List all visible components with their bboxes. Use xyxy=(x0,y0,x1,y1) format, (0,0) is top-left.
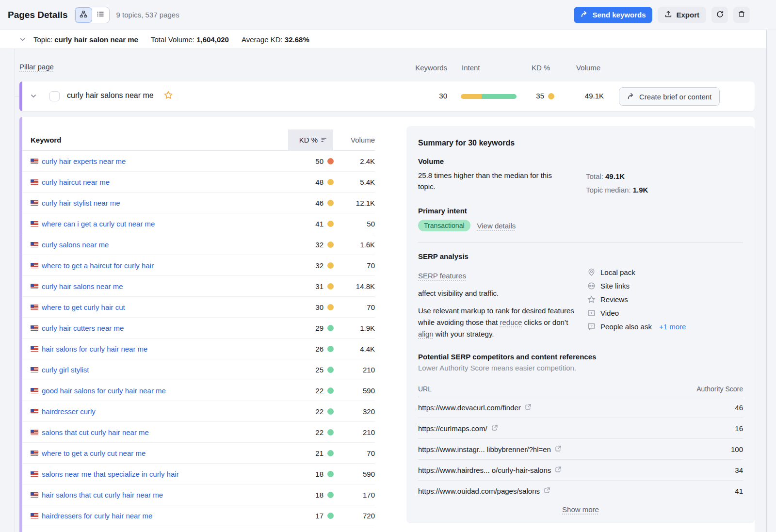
kd-difficulty-dot xyxy=(327,242,334,248)
favorite-star-icon[interactable] xyxy=(163,90,173,100)
keyword-column-header: Keyword xyxy=(31,136,288,144)
topic-collapse-chevron-icon[interactable] xyxy=(19,36,26,43)
authority-score-value: 41 xyxy=(685,487,743,495)
table-row: hair salons for curly hair near me 26 4.… xyxy=(22,339,375,359)
competitor-url-link[interactable]: https://www.hairdres... o/curly-hair-sal… xyxy=(418,466,685,474)
keyword-link[interactable]: salons that cut curly hair near me xyxy=(42,428,304,436)
table-row: where can i get a curly cut near me 41 5… xyxy=(22,213,375,234)
competitors-table-header: URL Authority Score xyxy=(418,381,743,397)
keyword-link[interactable]: curly salons near me xyxy=(42,241,304,249)
keyword-link[interactable]: good hair salons for curly hair near me xyxy=(42,387,304,395)
volume-section: Volume 25.8 times higher than the median… xyxy=(418,157,743,197)
video-icon xyxy=(587,308,596,317)
competitor-url-text: https://www.ouidad.com/pages/salons xyxy=(418,487,540,495)
keyword-link[interactable]: curly hair experts near me xyxy=(42,157,304,165)
more-features-link[interactable]: +1 more xyxy=(659,322,686,331)
keyword-table: Keyword KD % Volume curly hair experts n… xyxy=(22,129,375,526)
competitor-url-link[interactable]: https://curlmaps.com/ xyxy=(418,424,685,433)
reduce-tooltip-link[interactable]: reduce xyxy=(500,318,522,326)
keyword-link[interactable]: hair salons that cut curly hair near me xyxy=(42,491,304,499)
keyword-link[interactable]: hair salons for curly hair near me xyxy=(42,345,304,353)
competitor-url-link[interactable]: https://www.ouidad.com/pages/salons xyxy=(418,487,685,495)
list-view-button[interactable] xyxy=(92,7,109,23)
kd-value: 25 xyxy=(304,366,323,374)
serp-markup-paragraph: Use relevant markup to rank for desired … xyxy=(418,305,578,340)
keyword-link[interactable]: hairdresser curly xyxy=(42,407,304,416)
send-keywords-button[interactable]: Send keywords xyxy=(574,7,652,23)
pages-details-screen: Pages Details 9 topics, 537 pages Send k… xyxy=(0,0,776,532)
authority-score-value: 34 xyxy=(685,466,743,474)
export-button[interactable]: Export xyxy=(658,7,706,23)
us-flag-icon xyxy=(31,305,38,310)
pillar-kd-value: 35 xyxy=(524,92,544,100)
pillar-collapse-chevron-icon[interactable] xyxy=(30,93,37,99)
external-link-icon[interactable] xyxy=(544,487,550,495)
table-row: curly hair cutters near me 29 1.9K xyxy=(22,318,375,339)
tree-guide-line xyxy=(15,49,15,532)
keyword-link[interactable]: salons near me that specialize in curly … xyxy=(42,470,304,478)
pillar-keywords-count: 30 xyxy=(407,92,447,100)
total-label: Total: xyxy=(586,172,603,180)
pillar-row-checkbox[interactable] xyxy=(49,91,60,101)
serp-feature-label: Site links xyxy=(600,282,630,290)
us-flag-icon xyxy=(31,430,38,435)
topic-name: Topic: curly hair salon near me xyxy=(33,35,138,44)
create-brief-label: Create brief or content xyxy=(639,93,711,101)
competitor-url-link[interactable]: https://www.devacurl.com/finder xyxy=(418,403,685,412)
list-view-icon xyxy=(97,10,104,20)
pillar-page-title[interactable]: curly hair salons near me xyxy=(67,91,154,100)
delete-button[interactable] xyxy=(733,7,750,23)
competitor-row: https://www.ouidad.com/pages/salons 41 xyxy=(418,481,743,501)
view-details-link[interactable]: View details xyxy=(477,222,516,230)
competitor-url-link[interactable]: https://www.instagr... libbybrenner/?hl=… xyxy=(418,445,685,453)
keyword-link[interactable]: where to get curly hair cut xyxy=(42,303,304,311)
column-intent: Intent xyxy=(462,64,480,72)
show-more-link[interactable]: Show more xyxy=(562,505,599,514)
external-link-icon[interactable] xyxy=(525,403,532,412)
intent-bar xyxy=(461,94,517,99)
align-tooltip-link[interactable]: align xyxy=(418,330,434,338)
kd-difficulty-dot xyxy=(327,429,334,435)
keyword-link[interactable]: curly hair stylist near me xyxy=(42,199,304,207)
topic-summary-bar: Topic: curly hair salon near me Total Vo… xyxy=(0,30,766,49)
competitor-url-text: https://curlmaps.com/ xyxy=(418,424,487,433)
external-link-icon[interactable] xyxy=(555,466,562,474)
hierarchy-view-button[interactable] xyxy=(75,7,92,23)
keyword-link[interactable]: where to get a curly cut near me xyxy=(42,449,304,457)
kd-difficulty-dot xyxy=(327,492,334,498)
send-arrow-icon xyxy=(581,10,588,19)
keyword-link[interactable]: hairdressers for curly hair near me xyxy=(42,512,304,520)
serp-features-link[interactable]: SERP features xyxy=(418,272,466,280)
keyword-link[interactable]: curly girl stylist xyxy=(42,366,304,374)
keyword-link[interactable]: curly haircut near me xyxy=(42,178,304,186)
kd-value: 31 xyxy=(304,282,323,290)
scrollbar-gutter[interactable] xyxy=(766,30,776,532)
table-row: where to get a haircut for curly hair 32… xyxy=(22,255,375,276)
pillar-page-link[interactable]: Pillar page xyxy=(19,63,54,71)
kd-value: 17 xyxy=(304,512,323,520)
question-bubble-icon: ? xyxy=(587,322,596,331)
keyword-link[interactable]: where to get a haircut for curly hair xyxy=(42,261,304,270)
star-icon xyxy=(587,295,596,304)
create-brief-button[interactable]: Create brief or content xyxy=(619,87,720,106)
serp-feature-label: People also ask xyxy=(600,322,652,331)
keyword-link[interactable]: where can i get a curly cut near me xyxy=(42,220,304,228)
serp-feature-item: Video xyxy=(587,306,743,320)
competitor-url-text: https://www.devacurl.com/finder xyxy=(418,403,521,412)
table-row: curly haircut near me 48 5.4K xyxy=(22,172,375,193)
keyword-link[interactable]: curly hair cutters near me xyxy=(42,324,304,332)
us-flag-icon xyxy=(31,242,38,247)
volume-value: 5.4K xyxy=(334,178,375,186)
kd-value: 22 xyxy=(304,428,323,436)
keyword-link[interactable]: curly hair salons near me xyxy=(42,282,304,290)
refresh-button[interactable] xyxy=(711,7,728,23)
kd-column-header[interactable]: KD % xyxy=(288,129,333,151)
topic-median-label: Topic median: xyxy=(586,186,631,194)
external-link-icon[interactable] xyxy=(555,445,562,453)
table-row: hair salons that cut curly hair near me … xyxy=(22,484,375,505)
external-link-icon[interactable] xyxy=(491,424,498,433)
table-row: where to get a curly cut near me 21 70 xyxy=(22,443,375,464)
kd-difficulty-dot xyxy=(327,325,334,331)
hierarchy-view-icon xyxy=(80,10,87,20)
table-row: salons that cut curly hair near me 22 21… xyxy=(22,422,375,443)
